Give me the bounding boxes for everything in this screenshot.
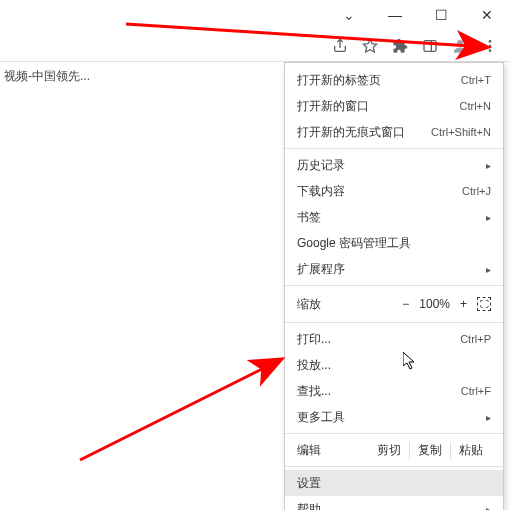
menu-print[interactable]: 打印... Ctrl+P [285,326,503,352]
bookmark-item[interactable]: 视频-中国领先... [4,68,90,85]
menu-incognito[interactable]: 打开新的无痕式窗口 Ctrl+Shift+N [285,119,503,145]
menu-label: 打开新的无痕式窗口 [297,124,405,141]
menu-label: 查找... [297,383,331,400]
menu-more-tools[interactable]: 更多工具 ▸ [285,404,503,430]
menu-label: 打开新的标签页 [297,72,381,89]
menu-label: 打开新的窗口 [297,98,369,115]
submenu-arrow-icon: ▸ [486,264,491,275]
menu-bookmarks[interactable]: 书签 ▸ [285,204,503,230]
fullscreen-icon[interactable]: ⛶ [477,297,491,311]
menu-label: 帮助 [297,501,321,511]
edit-label: 编辑 [297,442,321,459]
edit-copy-button[interactable]: 复制 [409,442,450,459]
menu-passwords[interactable]: Google 密码管理工具 [285,230,503,256]
zoom-percent: 100% [419,297,450,311]
submenu-arrow-icon: ▸ [486,212,491,223]
svg-line-8 [80,360,280,460]
menu-zoom: 缩放 − 100% + ⛶ [285,289,503,319]
maximize-button[interactable]: ☐ [418,0,464,30]
menu-separator [285,322,503,323]
svg-point-4 [489,40,492,43]
tab-search-button[interactable]: ⌄ [326,0,372,30]
menu-label: 打印... [297,331,331,348]
edit-cut-button[interactable]: 剪切 [369,442,409,459]
menu-new-window[interactable]: 打开新的窗口 Ctrl+N [285,93,503,119]
svg-point-6 [489,49,492,52]
menu-find[interactable]: 查找... Ctrl+F [285,378,503,404]
menu-shortcut: Ctrl+T [461,74,491,86]
svg-rect-1 [424,40,436,51]
menu-shortcut: Ctrl+Shift+N [431,126,491,138]
close-button[interactable]: ✕ [464,0,510,30]
menu-separator [285,285,503,286]
zoom-in-button[interactable]: + [460,297,467,311]
extensions-icon[interactable] [386,32,414,60]
svg-marker-0 [363,39,376,52]
zoom-out-button[interactable]: − [402,297,409,311]
submenu-arrow-icon: ▸ [486,504,491,511]
menu-label: 历史记录 [297,157,345,174]
menu-shortcut: Ctrl+N [460,100,491,112]
profile-icon[interactable] [446,32,474,60]
menu-label: Google 密码管理工具 [297,235,411,252]
menu-label: 更多工具 [297,409,345,426]
menu-label: 设置 [297,475,321,492]
menu-edit: 编辑 剪切 复制 粘贴 [285,437,503,463]
menu-cast[interactable]: 投放... [285,352,503,378]
browser-toolbar [0,30,510,62]
star-icon[interactable] [356,32,384,60]
minimize-button[interactable]: — [372,0,418,30]
menu-shortcut: Ctrl+J [462,185,491,197]
svg-point-5 [489,44,492,47]
side-panel-icon[interactable] [416,32,444,60]
menu-history[interactable]: 历史记录 ▸ [285,152,503,178]
menu-label: 书签 [297,209,321,226]
window-controls: ⌄ — ☐ ✕ [326,0,510,30]
menu-separator [285,433,503,434]
menu-label: 扩展程序 [297,261,345,278]
menu-settings[interactable]: 设置 [285,470,503,496]
menu-shortcut: Ctrl+F [461,385,491,397]
share-icon[interactable] [326,32,354,60]
edit-paste-button[interactable]: 粘贴 [450,442,491,459]
submenu-arrow-icon: ▸ [486,160,491,171]
menu-shortcut: Ctrl+P [460,333,491,345]
menu-separator [285,466,503,467]
menu-label: 投放... [297,357,331,374]
menu-label: 下载内容 [297,183,345,200]
svg-point-3 [457,40,463,46]
chrome-main-menu: 打开新的标签页 Ctrl+T 打开新的窗口 Ctrl+N 打开新的无痕式窗口 C… [284,62,504,510]
zoom-label: 缩放 [297,296,321,313]
submenu-arrow-icon: ▸ [486,412,491,423]
menu-new-tab[interactable]: 打开新的标签页 Ctrl+T [285,67,503,93]
menu-extensions[interactable]: 扩展程序 ▸ [285,256,503,282]
menu-separator [285,148,503,149]
menu-downloads[interactable]: 下载内容 Ctrl+J [285,178,503,204]
kebab-menu-icon[interactable] [476,32,504,60]
menu-help[interactable]: 帮助 ▸ [285,496,503,510]
